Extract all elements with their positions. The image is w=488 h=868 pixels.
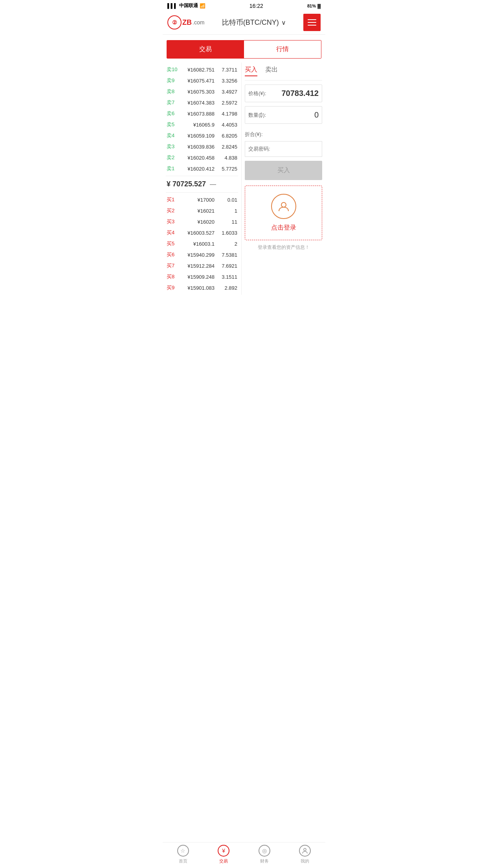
- buy-label: 买9: [167, 284, 178, 291]
- sell-order-row[interactable]: 卖9 ¥16075.471 3.3256: [166, 75, 238, 86]
- buy-qty: 3.1511: [218, 274, 237, 280]
- buy-order-row[interactable]: 买5 ¥16003.1 2: [166, 238, 238, 249]
- sell-price: ¥16020.412: [178, 166, 215, 172]
- sell-qty: 4.1798: [218, 111, 237, 117]
- buy-order-row[interactable]: 买7 ¥15912.284 7.6921: [166, 260, 238, 271]
- app-header: ② ZB .com 比特币(BTC/CNY) ∨: [163, 11, 325, 35]
- status-time: 16:22: [250, 3, 263, 9]
- logo[interactable]: ② ZB .com: [167, 15, 204, 29]
- sell-order-row[interactable]: 卖6 ¥16073.888 4.1798: [166, 108, 238, 119]
- sell-order-row[interactable]: 卖3 ¥16039.836 2.8245: [166, 141, 238, 152]
- sell-price: ¥16039.836: [178, 144, 215, 150]
- buy-qty: 1.6033: [218, 230, 237, 236]
- buy-label: 买6: [167, 251, 178, 258]
- page-title[interactable]: 比特币(BTC/CNY) ∨: [222, 18, 286, 27]
- sell-order-row[interactable]: 卖4 ¥16059.109 6.8205: [166, 130, 238, 141]
- order-book: 卖10 ¥16082.751 7.3711 卖9 ¥16075.471 3.32…: [163, 63, 241, 295]
- sell-label: 卖5: [167, 121, 178, 128]
- buy-qty: 7.6921: [218, 263, 237, 269]
- main-content: 卖10 ¥16082.751 7.3711 卖9 ¥16075.471 3.32…: [163, 63, 325, 295]
- sell-qty: 7.3711: [218, 67, 237, 73]
- currency-pair: 比特币(BTC/CNY): [222, 18, 279, 27]
- qty-label: 数量(₿):: [248, 112, 266, 119]
- buy-order-row[interactable]: 买9 ¥15901.083 2.892: [166, 282, 238, 293]
- sell-order-row[interactable]: 卖2 ¥16020.458 4.838: [166, 152, 238, 163]
- tab-trade[interactable]: 交易: [167, 40, 244, 58]
- menu-line-3: [308, 25, 316, 26]
- sell-price: ¥16020.458: [178, 155, 215, 161]
- svg-point-0: [281, 202, 286, 207]
- wifi-icon: 📶: [200, 3, 205, 9]
- buy-tab[interactable]: 买入: [245, 66, 257, 76]
- password-input[interactable]: 交易密码:: [245, 141, 322, 157]
- buy-orders: 买1 ¥17000 0.01 买2 ¥16021 1 买3 ¥16020 11 …: [166, 194, 238, 293]
- logo-circle: ②: [167, 15, 182, 29]
- menu-button[interactable]: [303, 14, 321, 31]
- buy-label: 买8: [167, 273, 178, 280]
- buy-price: ¥15912.284: [178, 263, 215, 269]
- sell-label: 卖2: [167, 154, 178, 161]
- buy-price: ¥17000: [178, 197, 215, 203]
- sell-label: 卖8: [167, 88, 178, 95]
- login-prompt[interactable]: 点击登录: [245, 186, 322, 240]
- price-input[interactable]: 价格(¥): 70783.412: [245, 85, 322, 102]
- mid-price: ¥ 70725.527: [167, 180, 206, 188]
- buy-order-row[interactable]: 买2 ¥16021 1: [166, 205, 238, 216]
- user-icon: [271, 194, 296, 219]
- buy-sell-tabs: 买入 卖出: [245, 64, 322, 81]
- buy-order-row[interactable]: 买6 ¥15940.299 7.5381: [166, 249, 238, 260]
- sell-price: ¥16065.9: [178, 122, 215, 128]
- status-left: ▌▌▌ 中国联通 📶: [167, 2, 205, 9]
- asset-hint: 登录查看您的资产信息！: [245, 242, 322, 253]
- qty-input[interactable]: 数量(₿): 0: [245, 106, 322, 124]
- sell-label: 卖4: [167, 132, 178, 139]
- sell-order-row[interactable]: 卖10 ¥16082.751 7.3711: [166, 64, 238, 75]
- buy-price: ¥15940.299: [178, 252, 215, 258]
- signal-icon: ▌▌▌: [167, 3, 178, 9]
- login-text: 点击登录: [253, 224, 314, 232]
- price-group: 价格(¥): 70783.412: [245, 85, 322, 102]
- sell-label: 卖7: [167, 99, 178, 106]
- qty-value: 0: [314, 110, 319, 120]
- sell-price: ¥16075.471: [178, 78, 215, 84]
- buy-order-row[interactable]: 买3 ¥16020 11: [166, 216, 238, 227]
- buy-order-row[interactable]: 买8 ¥15909.248 3.1511: [166, 271, 238, 282]
- total-row: 折合(¥):: [245, 128, 322, 141]
- sell-label: 卖3: [167, 143, 178, 150]
- buy-qty: 2.892: [218, 285, 237, 291]
- buy-price: ¥15901.083: [178, 285, 215, 291]
- buy-qty: 7.5381: [218, 252, 237, 258]
- sell-label: 卖1: [167, 165, 178, 172]
- buy-label: 买7: [167, 262, 178, 269]
- sell-order-row[interactable]: 卖7 ¥16074.383 2.5972: [166, 97, 238, 108]
- sell-order-row[interactable]: 卖5 ¥16065.9 4.4053: [166, 119, 238, 130]
- sell-price: ¥16074.383: [178, 100, 215, 106]
- sell-qty: 4.4053: [218, 122, 237, 128]
- buy-qty: 1: [218, 208, 237, 214]
- sell-price: ¥16082.751: [178, 67, 215, 73]
- buy-order-row[interactable]: 买1 ¥17000 0.01: [166, 194, 238, 205]
- sell-price: ¥16073.888: [178, 111, 215, 117]
- sell-order-row[interactable]: 卖1 ¥16020.412 5.7725: [166, 163, 238, 174]
- sell-qty: 4.838: [218, 155, 237, 161]
- price-value: 70783.412: [281, 89, 319, 98]
- chevron-down-icon: ∨: [281, 19, 286, 26]
- buy-price: ¥16003.527: [178, 230, 215, 236]
- sell-qty: 5.7725: [218, 166, 237, 172]
- buy-button[interactable]: 买入: [245, 161, 322, 180]
- buy-label: 买2: [167, 207, 178, 214]
- buy-qty: 0.01: [218, 197, 237, 203]
- sell-qty: 3.4927: [218, 89, 237, 95]
- logo-domain: .com: [193, 19, 204, 26]
- buy-qty: 2: [218, 241, 237, 247]
- qty-group: 数量(₿): 0: [245, 106, 322, 124]
- buy-label: 买4: [167, 229, 178, 236]
- buy-label: 买5: [167, 240, 178, 247]
- buy-order-row[interactable]: 买4 ¥16003.527 1.6033: [166, 227, 238, 238]
- sell-order-row[interactable]: 卖8 ¥16075.303 3.4927: [166, 86, 238, 97]
- tab-market[interactable]: 行情: [244, 40, 321, 58]
- buy-label: 买3: [167, 218, 178, 225]
- total-label: 折合(¥):: [245, 131, 263, 138]
- mid-price-row: ¥ 70725.527 —: [166, 176, 238, 193]
- sell-tab[interactable]: 卖出: [265, 66, 278, 76]
